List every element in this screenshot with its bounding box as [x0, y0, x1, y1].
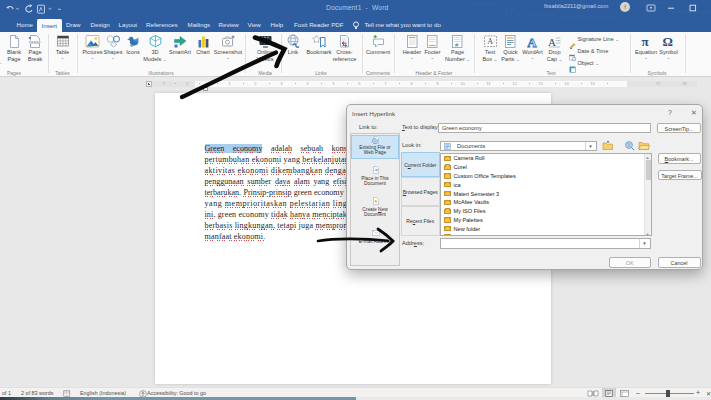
svg-text:A: A	[548, 36, 556, 48]
svg-text:Ω: Ω	[663, 34, 673, 49]
